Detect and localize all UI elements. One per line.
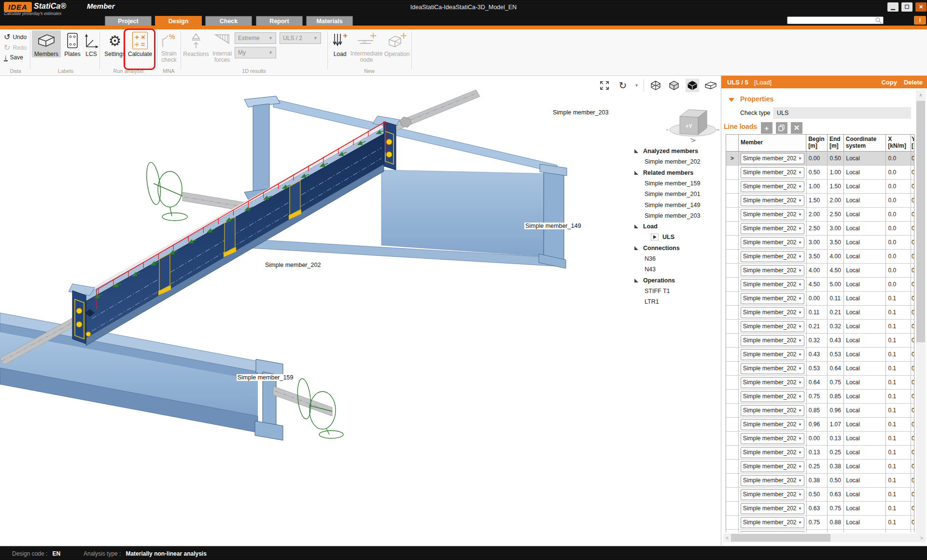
calculate-button[interactable]: + ×÷ = Calculate (126, 30, 154, 57)
cell-end[interactable]: 0.50 (828, 152, 844, 165)
tree-collapse-icon[interactable] (634, 246, 638, 250)
lcs-button[interactable]: LCS (83, 30, 99, 57)
scroll-right-icon[interactable]: > (918, 533, 926, 542)
member-dropdown[interactable]: Simple member_202▼ (741, 293, 804, 304)
cell-x[interactable]: 0.0 (886, 222, 911, 235)
cell-coordinate-system[interactable]: Local (844, 222, 886, 235)
table-row[interactable]: >Simple member_202▼0.000.50Local0.00 (726, 152, 914, 166)
cell-coordinate-system[interactable]: Local (844, 292, 886, 305)
cell-x[interactable]: 0.1 (886, 390, 911, 403)
cell-begin[interactable]: 3.00 (807, 236, 828, 249)
cell-x[interactable]: 0.1 (886, 404, 911, 417)
maximize-button[interactable]: ☐ (901, 2, 913, 12)
cell-x[interactable]: 0.1 (886, 376, 911, 389)
horizontal-scrollbar[interactable]: < > (723, 533, 926, 542)
info-button[interactable]: i (914, 16, 926, 25)
row-selector[interactable] (726, 516, 739, 529)
members-button[interactable]: Members (32, 30, 61, 57)
tree-item-ltr1[interactable]: LTR1 (628, 297, 717, 307)
properties-collapse-icon[interactable] (729, 98, 734, 102)
cell-x[interactable]: 0.1 (886, 446, 911, 459)
cell-coordinate-system[interactable]: Local (844, 152, 886, 165)
cell-begin[interactable]: 2.00 (807, 208, 828, 221)
cell-x[interactable]: 0.1 (886, 334, 911, 347)
row-selector[interactable] (726, 306, 739, 319)
member-dropdown[interactable]: Simple member_202▼ (741, 363, 804, 374)
cell-begin[interactable]: 0.75 (807, 390, 828, 403)
cell-x[interactable]: 0.0 (886, 250, 911, 263)
cell-x[interactable]: 0.0 (886, 264, 911, 277)
cell-begin[interactable]: 0.75 (807, 516, 828, 529)
cell-coordinate-system[interactable]: Local (844, 306, 886, 319)
render-shaded-icon[interactable] (667, 79, 681, 92)
member-dropdown[interactable]: Simple member_202▼ (741, 349, 804, 360)
play-icon[interactable] (651, 234, 659, 240)
member-dropdown[interactable]: Simple member_202▼ (741, 153, 804, 164)
reactions-button[interactable]: Reactions (183, 30, 209, 57)
tree-item-load[interactable]: Load (628, 222, 717, 231)
cell-begin[interactable]: 4.50 (807, 278, 828, 291)
cell-begin[interactable]: 0.00 (807, 152, 828, 165)
member-dropdown[interactable]: Simple member_202▼ (741, 237, 804, 248)
cell-coordinate-system[interactable]: Local (844, 236, 886, 249)
row-selector[interactable] (726, 404, 739, 417)
cell-end[interactable]: 0.21 (828, 306, 844, 319)
cell-end[interactable]: 0.32 (828, 320, 844, 333)
cell-end[interactable]: 3.00 (828, 222, 844, 235)
minimize-button[interactable]: ▁ (887, 2, 899, 12)
scroll-up-icon[interactable]: ∧ (916, 90, 926, 99)
row-selector[interactable] (726, 208, 739, 221)
cell-begin[interactable]: 0.11 (807, 306, 828, 319)
analyzed-member-202[interactable] (69, 116, 400, 346)
my-dropdown[interactable]: My▼ (235, 47, 276, 58)
tree-item-n43[interactable]: N43 (628, 265, 717, 274)
member-dropdown[interactable]: Simple member_202▼ (741, 335, 804, 346)
table-row[interactable]: Simple member_202▼0.320.43Local0.10 (726, 334, 914, 348)
rotate-view-icon[interactable]: ↻ (616, 79, 630, 92)
cell-x[interactable] (886, 530, 911, 532)
section-clip-icon[interactable] (704, 79, 717, 92)
cell-coordinate-system[interactable]: Local (844, 488, 886, 501)
member-dropdown[interactable]: Simple member_202▼ (741, 181, 804, 192)
cell-begin[interactable]: 0.53 (807, 362, 828, 375)
cell-end[interactable]: 0.63 (828, 488, 844, 501)
member-dropdown[interactable]: Simple member_202▼ (741, 209, 804, 220)
row-selector[interactable] (726, 222, 739, 235)
search-box[interactable] (787, 16, 884, 24)
table-row[interactable]: Simple member_202▼0.380.50Local0.10 (726, 474, 914, 488)
tab-report[interactable]: Report (256, 16, 303, 26)
cell-begin[interactable]: 3.50 (807, 250, 828, 263)
cell-end[interactable]: 0.50 (828, 474, 844, 487)
cell-coordinate-system[interactable]: Local (844, 376, 886, 389)
cell-x[interactable]: 0.1 (886, 292, 911, 305)
cell-end[interactable]: 4.00 (828, 250, 844, 263)
cell-x[interactable]: 0.1 (886, 460, 911, 473)
cell-begin[interactable]: 0.63 (807, 502, 828, 515)
table-row[interactable]: Simple member_202▼0.210.32Local0.10 (726, 320, 914, 334)
tree-item-simple-member-202[interactable]: Simple member_202 (628, 157, 717, 167)
member-dropdown[interactable]: Simple member_202▼ (741, 377, 804, 388)
table-row[interactable]: Simple member_202▼0.250.38Local0.10 (726, 460, 914, 474)
scroll-left-icon[interactable]: < (723, 533, 731, 542)
cell-begin[interactable]: 0.50 (807, 488, 828, 501)
cell-begin[interactable]: 0.43 (807, 348, 828, 361)
row-selector[interactable] (726, 264, 739, 277)
member-dropdown[interactable]: Simple member_202▼ (741, 419, 804, 430)
tree-collapse-icon[interactable] (634, 224, 638, 228)
member-dropdown[interactable]: Simple member_202▼ (741, 321, 804, 332)
member-dropdown[interactable]: Simple member_202▼ (741, 517, 804, 528)
cell-end[interactable]: 0.96 (828, 404, 844, 417)
member-dropdown[interactable]: Simple member_202▼ (741, 307, 804, 318)
table-row[interactable]: Simple member_202▼4.505.00Local0.00 (726, 278, 914, 292)
cell-x[interactable]: 0.1 (886, 516, 911, 529)
row-selector[interactable] (726, 376, 739, 389)
row-selector[interactable] (726, 348, 739, 361)
new-operation-button[interactable]: Operation (383, 30, 410, 57)
row-selector[interactable] (726, 418, 739, 431)
cell-begin[interactable]: 0.96 (807, 418, 828, 431)
row-selector[interactable] (726, 292, 739, 305)
row-selector[interactable] (726, 194, 739, 207)
cell-coordinate-system[interactable]: Local (844, 390, 886, 403)
member-dropdown[interactable]: Simple member_202▼ (741, 447, 804, 458)
cell-begin[interactable]: 0.85 (807, 404, 828, 417)
